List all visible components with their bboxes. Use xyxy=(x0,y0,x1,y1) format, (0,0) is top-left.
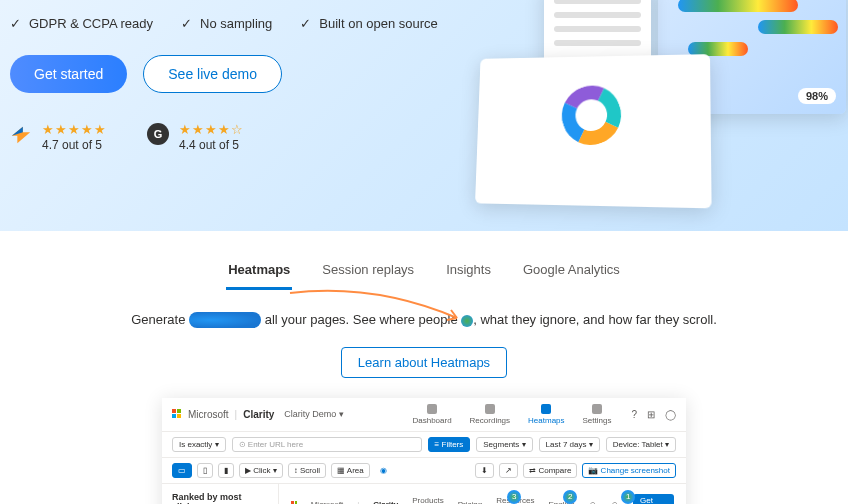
desc-mid: all your pages. See where people xyxy=(261,312,461,327)
demo-body: Ranked by most clicks 292 elements 1 #sb… xyxy=(162,484,686,504)
compare-button[interactable]: ⇄ Compare xyxy=(523,463,577,478)
tablet-view-button[interactable]: ▯ xyxy=(197,463,213,478)
preview-get-started[interactable]: Get started xyxy=(633,494,674,504)
g2-icon: G xyxy=(147,123,169,145)
demo-right-preview: Microsoft|Clarity Products ▾ Pricing Res… xyxy=(279,484,686,504)
preview-nav-products[interactable]: Products ▾ xyxy=(412,496,444,504)
pc-toggle[interactable]: ◉ xyxy=(375,464,392,477)
hero-section: ✓ GDPR & CCPA ready ✓ No sampling ✓ Buil… xyxy=(0,0,848,231)
svg-rect-0 xyxy=(172,409,176,413)
tab-google-analytics[interactable]: Google Analytics xyxy=(521,258,622,290)
heatmap-smear-icon xyxy=(189,312,261,328)
change-screenshot-button[interactable]: 📷 Change screenshot xyxy=(582,463,676,478)
stars: ★★★★★ xyxy=(42,123,107,136)
scroll-mode-button[interactable]: ↕ Scroll xyxy=(288,463,326,478)
demo-nav-dashboard[interactable]: Dashboard xyxy=(412,404,451,425)
check-label: GDPR & CCPA ready xyxy=(29,16,153,31)
feature-description: Generate all your pages. See where peopl… xyxy=(0,312,848,329)
donut-chart-icon xyxy=(554,77,629,153)
segments-dropdown[interactable]: Segments ▾ xyxy=(476,437,532,452)
check-icon: ✓ xyxy=(300,16,311,31)
check-label: No sampling xyxy=(200,16,272,31)
learn-heatmaps-button[interactable]: Learn about Heatmaps xyxy=(341,347,507,378)
stars: ★★★★☆ xyxy=(179,123,244,136)
url-input[interactable]: ⊙ Enter URL here xyxy=(232,437,422,452)
daterange-dropdown[interactable]: Last 7 days ▾ xyxy=(539,437,600,452)
preview-nav: Microsoft|Clarity Products ▾ Pricing Res… xyxy=(291,494,674,504)
preview-nav-signin[interactable]: ☺ xyxy=(589,500,597,504)
capterra-icon xyxy=(10,123,32,145)
mobile-view-button[interactable]: ▮ xyxy=(218,463,234,478)
check-sampling: ✓ No sampling xyxy=(181,16,272,31)
demo-toolbar: ▭ ▯ ▮ ▶ Click ▾ ↕ Scroll ▦ Area ◉ ⬇ ↗ ⇄ … xyxy=(162,458,686,484)
svg-rect-3 xyxy=(177,414,181,418)
svg-rect-2 xyxy=(172,414,176,418)
filters-button[interactable]: ≡ Filters xyxy=(428,437,471,452)
get-started-button[interactable]: Get started xyxy=(10,55,127,93)
rating-text: 4.4 out of 5 xyxy=(179,138,244,152)
demo-filters: Is exactly ▾ ⊙ Enter URL here ≡ Filters … xyxy=(162,432,686,458)
preview-nav-signin2[interactable]: ☺ xyxy=(611,500,619,504)
mock-chart-window xyxy=(475,54,712,208)
microsoft-icon xyxy=(172,409,182,419)
demo-nav-recordings[interactable]: Recordings xyxy=(470,404,510,425)
download-button[interactable]: ⬇ xyxy=(475,463,494,478)
demo-brand: Microsoft | Clarity xyxy=(172,409,274,420)
check-opensource: ✓ Built on open source xyxy=(300,16,438,31)
share-button[interactable]: ↗ xyxy=(499,463,518,478)
click-mode-dropdown[interactable]: ▶ Click ▾ xyxy=(239,463,283,478)
grid-icon[interactable]: ⊞ xyxy=(647,409,655,420)
demo-header: Microsoft | Clarity Clarity Demo ▾ Dashb… xyxy=(162,398,686,432)
svg-rect-1 xyxy=(177,409,181,413)
heat-dot: 3 xyxy=(507,490,521,504)
demo-main-nav: Dashboard Recordings Heatmaps Settings xyxy=(412,404,611,425)
demo-nav-heatmaps[interactable]: Heatmaps xyxy=(528,404,564,425)
user-icon[interactable]: ◯ xyxy=(665,409,676,420)
feature-tabs: Heatmaps Session replays Insights Google… xyxy=(0,258,848,290)
click-dot-icon xyxy=(461,315,473,327)
rating-g2: G ★★★★☆ 4.4 out of 5 xyxy=(147,123,244,152)
heat-dot: 2 xyxy=(563,490,577,504)
desktop-view-button[interactable]: ▭ xyxy=(172,463,192,478)
check-icon: ✓ xyxy=(10,16,21,31)
dashboard-icon xyxy=(427,404,437,414)
tab-session-replays[interactable]: Session replays xyxy=(320,258,416,290)
check-label: Built on open source xyxy=(319,16,438,31)
demo-project-dropdown[interactable]: Clarity Demo ▾ xyxy=(284,409,344,419)
rating-capterra: ★★★★★ 4.7 out of 5 xyxy=(10,123,107,152)
heat-dot: 1 xyxy=(621,490,635,504)
percentage-badge: 98% xyxy=(798,88,836,104)
check-icon: ✓ xyxy=(181,16,192,31)
preview-nav-pricing[interactable]: Pricing xyxy=(458,500,482,504)
demo-left-panel: Ranked by most clicks 292 elements 1 #sb… xyxy=(162,484,279,504)
demo-screenshot: Microsoft | Clarity Clarity Demo ▾ Dashb… xyxy=(162,398,686,504)
tab-insights[interactable]: Insights xyxy=(444,258,493,290)
recordings-icon xyxy=(485,404,495,414)
svg-rect-5 xyxy=(295,501,296,504)
hero-illustration: 98% xyxy=(448,0,848,220)
tab-heatmaps[interactable]: Heatmaps xyxy=(226,258,292,290)
live-demo-button[interactable]: See live demo xyxy=(143,55,282,93)
desc-suffix: , what they ignore, and how far they scr… xyxy=(473,312,717,327)
rating-text: 4.7 out of 5 xyxy=(42,138,107,152)
help-icon[interactable]: ? xyxy=(631,409,637,420)
microsoft-icon xyxy=(291,501,296,504)
ranked-title: Ranked by most clicks xyxy=(172,492,268,504)
heatmaps-icon xyxy=(541,404,551,414)
is-exactly-dropdown[interactable]: Is exactly ▾ xyxy=(172,437,226,452)
desc-prefix: Generate xyxy=(131,312,189,327)
svg-rect-4 xyxy=(291,501,294,504)
settings-icon xyxy=(592,404,602,414)
area-mode-button[interactable]: ▦ Area xyxy=(331,463,370,478)
check-gdpr: ✓ GDPR & CCPA ready xyxy=(10,16,153,31)
device-dropdown[interactable]: Device: Tablet ▾ xyxy=(606,437,676,452)
demo-nav-settings[interactable]: Settings xyxy=(583,404,612,425)
demo-header-icons: ? ⊞ ◯ xyxy=(631,409,676,420)
